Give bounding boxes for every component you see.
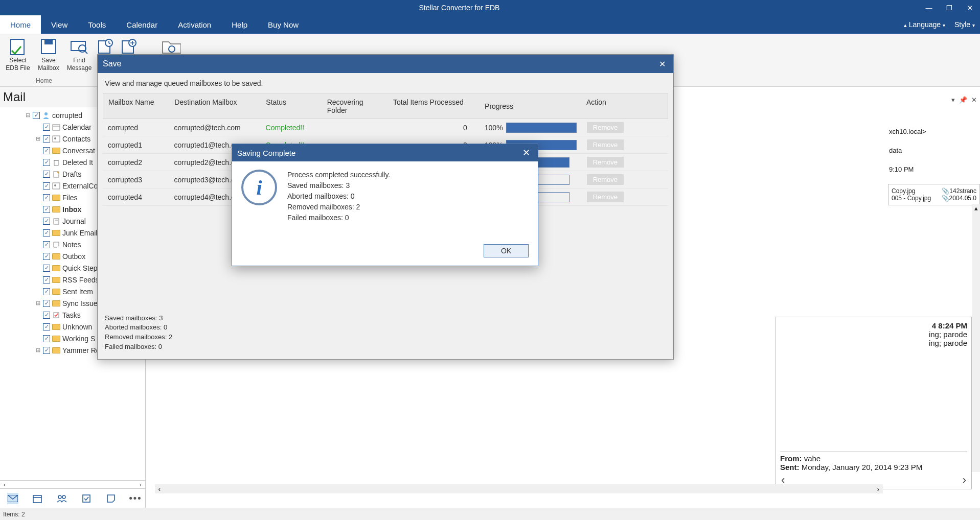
svg-point-11 [44,112,48,115]
ok-button[interactable]: OK [484,244,529,257]
remove-button[interactable]: Remove [587,157,624,168]
restore-button[interactable]: ❐ [939,0,960,15]
tree-label: RSS Feeds [62,276,99,284]
remove-button[interactable]: Remove [587,192,624,202]
scroll-left-icon[interactable]: ‹ [0,481,9,488]
cell-mailbox-name: corrupted3 [103,172,169,188]
nav-contacts-icon[interactable] [56,493,67,504]
find-message-button[interactable]: FindMessage [65,36,93,72]
folder-icon [52,276,60,283]
folder-icon [52,288,60,295]
modal-close-icon[interactable]: ✕ [519,147,533,158]
language-menu[interactable]: ▴ Language ▾ [904,20,945,29]
checkbox[interactable]: ✓ [43,347,50,354]
nav-notes-icon[interactable] [105,493,117,504]
checkbox[interactable]: ✓ [43,253,50,260]
collapse-icon[interactable]: ▾ [951,96,955,104]
tab-activation[interactable]: Activation [168,15,221,34]
tab-home[interactable]: Home [0,15,41,34]
attachment-row[interactable]: Copy.jpg📎142stranc [892,187,976,195]
expand-icon[interactable]: ⊞ [35,135,41,142]
remove-button[interactable]: Remove [587,139,624,150]
tab-calendar[interactable]: Calendar [116,15,168,34]
remove-button[interactable]: Remove [587,122,624,133]
scroll-right-icon[interactable]: › [874,485,883,493]
close-button[interactable]: ✕ [960,0,980,15]
minimize-button[interactable]: — [919,0,939,15]
cell-status: Completed!! [261,120,322,136]
tab-buy-now[interactable]: Buy Now [258,15,309,34]
preview-line: xch10.local> [889,127,980,137]
checkbox[interactable]: ✓ [43,300,50,307]
tree-hscroll[interactable]: ‹ › [0,480,145,488]
pin-icon[interactable]: 📌 [959,96,967,104]
cell-progress: 100% [480,119,582,137]
select-edb-file-button[interactable]: SelectEDB File [4,36,32,72]
style-menu[interactable]: Style ▾ [954,20,975,29]
checkbox[interactable]: ✓ [43,147,50,154]
svg-rect-19 [53,183,60,189]
ribbon-group-label: Home [36,77,52,84]
tab-view[interactable]: View [41,15,78,34]
checkbox[interactable]: ✓ [43,171,50,178]
save-scan-icon [97,37,116,56]
dialog-close-icon[interactable]: ✕ [656,59,668,69]
message-body: 4 8:24 PM ing; parode ing; parode From: … [776,317,972,489]
checkbox[interactable]: ✓ [43,276,50,283]
status-bar: Items: 2 [0,508,980,520]
close-pane-icon[interactable]: ✕ [971,96,977,104]
tree-label: Tasks [62,311,81,319]
save-mailbox-button[interactable]: SaveMailbox [35,36,62,72]
expand-icon[interactable]: ⊞ [35,347,41,353]
nav-mail-icon[interactable] [7,493,18,504]
content-hscroll[interactable]: ‹ › [155,484,883,493]
scroll-left-icon[interactable]: ‹ [155,485,164,493]
checkbox[interactable]: ✓ [43,194,50,201]
next-message-icon[interactable]: › [963,474,966,487]
checkbox[interactable]: ✓ [43,159,50,166]
checkbox[interactable]: ✓ [43,241,50,248]
checkbox[interactable]: ✓ [43,206,50,213]
checkbox[interactable]: ✓ [43,218,50,225]
checkbox[interactable]: ✓ [43,288,50,295]
tree-label: Outbox [62,252,85,261]
tree-label: Yammer Ro [62,346,100,354]
tab-help[interactable]: Help [221,15,258,34]
folder-icon [52,147,60,154]
svg-rect-3 [71,41,85,51]
tree-label: Drafts [62,170,81,178]
nav-more-icon[interactable]: ••• [130,493,141,504]
tab-tools[interactable]: Tools [78,15,116,34]
folder-icon [52,159,60,166]
svg-line-5 [85,51,87,54]
cell-destination: corrupted@tech.com [169,120,260,136]
checkbox[interactable]: ✓ [43,229,50,237]
checkbox[interactable]: ✓ [43,182,50,190]
folder-icon [52,171,60,178]
folder-icon [52,241,60,248]
tree-label: Sent Item [62,288,93,296]
cell-recovering [322,124,388,132]
checkbox[interactable]: ✓ [43,312,50,319]
tree-label: Working S [62,335,95,343]
checkbox[interactable]: ✓ [43,323,50,330]
saving-complete-modal: Saving Complete ✕ i Process completed su… [232,144,538,266]
checkbox[interactable]: ✓ [43,124,50,131]
expand-icon[interactable]: ⊟ [25,112,31,119]
scroll-up-icon[interactable]: ▴ [974,204,978,212]
cell-mailbox-name: corrupted4 [103,189,169,205]
expand-icon[interactable]: ⊞ [35,300,41,306]
nav-calendar-icon[interactable] [32,493,43,504]
scroll-right-icon[interactable]: › [136,481,145,488]
tree-label: Sync Issue [62,299,97,308]
svg-point-15 [54,137,56,139]
checkbox[interactable]: ✓ [43,335,50,342]
checkbox[interactable]: ✓ [33,112,40,119]
preview-line: data [889,146,980,156]
attachment-row[interactable]: 005 - Copy.jpg📎2004.05.0 [892,195,976,202]
tree-label: Conversat [62,147,95,155]
nav-tasks-icon[interactable] [81,493,92,504]
checkbox[interactable]: ✓ [43,135,50,143]
checkbox[interactable]: ✓ [43,265,50,272]
remove-button[interactable]: Remove [587,174,624,185]
